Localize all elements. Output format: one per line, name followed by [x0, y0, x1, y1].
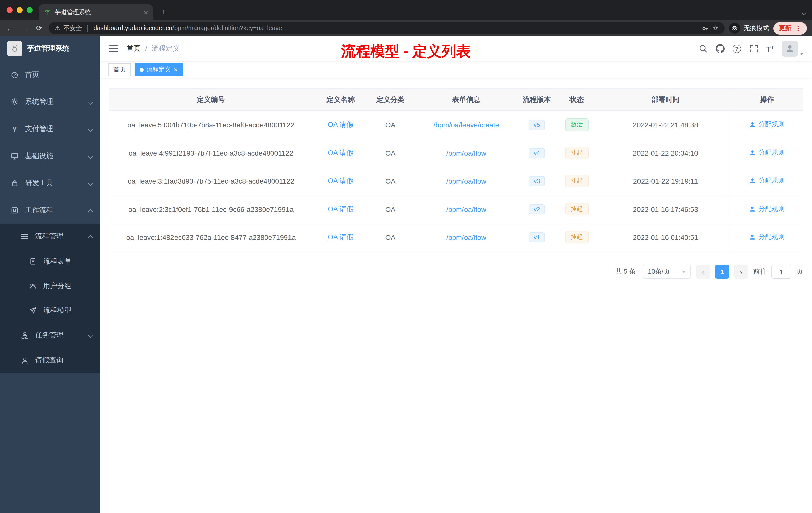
navbar-actions: ? TT [698, 41, 804, 57]
sidebar-item-infra[interactable]: 基础设施 [0, 143, 100, 170]
assign-rule-link[interactable]: 分配规则 [750, 120, 785, 129]
assign-rule-link[interactable]: 分配规则 [750, 148, 785, 157]
page-size-select[interactable]: 10条/页 [643, 265, 691, 279]
chevron-down-icon [88, 154, 93, 159]
tab-close-icon[interactable]: × [144, 8, 148, 16]
sidebar-item-system[interactable]: 系统管理 [0, 88, 100, 116]
page-content: 定义编号 定义名称 定义分类 表单信息 流程版本 状态 部署时间 操作 oa_l [100, 78, 812, 513]
tree-icon [20, 332, 29, 339]
help-icon[interactable]: ? [732, 44, 741, 53]
github-icon[interactable] [715, 44, 724, 53]
assign-rule-link[interactable]: 分配规则 [750, 233, 785, 242]
table-row[interactable]: oa_leave:4:991f2193-7b7f-11ec-a3c8-acde4… [110, 139, 803, 167]
chevron-up-icon [88, 235, 93, 240]
password-key-icon[interactable] [702, 24, 709, 32]
yen-icon: ¥ [10, 125, 19, 133]
col-process-version: 流程版本 [521, 89, 553, 111]
tag-process-definition[interactable]: 流程定义 × [135, 63, 182, 76]
back-button[interactable]: ← [5, 24, 15, 32]
sidebar-item-process-form[interactable]: 流程表单 [0, 249, 100, 274]
definition-name-link[interactable]: OA 请假 [328, 233, 354, 241]
zoom-window-button[interactable] [27, 7, 33, 13]
address-bar[interactable]: ⚠ 不安全 dashboard.yudao.iocoder.cn/bpm/man… [49, 22, 725, 34]
lock-icon [10, 179, 19, 187]
status-badge: 挂起 [565, 175, 588, 187]
assign-rule-link[interactable]: 分配规则 [750, 176, 785, 185]
sidebar-item-leave-query[interactable]: 请假查询 [0, 348, 100, 373]
tag-home[interactable]: 首页 [109, 63, 130, 76]
sidebar-item-process-mgmt[interactable]: 流程管理 [0, 224, 100, 249]
form-link[interactable]: /bpm/oa/flow [446, 205, 486, 213]
breadcrumb-home[interactable]: 首页 [126, 44, 141, 53]
sidebar: 芋道管理系统 首页 系统管理 ¥ 支付管理 [0, 36, 100, 513]
table-row[interactable]: oa_leave:3:1fad3d93-7b75-11ec-a3c8-acde4… [110, 167, 803, 195]
update-button[interactable]: 更新 ⋮ [773, 22, 807, 34]
omnibox-divider [88, 25, 88, 32]
sidebar-item-task-mgmt[interactable]: 任务管理 [0, 323, 100, 348]
browser-menu-icon[interactable]: ⋮ [795, 24, 802, 32]
gear-icon [10, 98, 19, 106]
sidebar-item-workflow[interactable]: 工作流程 [0, 197, 100, 224]
sidebar-item-devtools[interactable]: 研发工具 [0, 170, 100, 197]
minimize-window-button[interactable] [17, 7, 23, 13]
form-link[interactable]: /bpm/oa/flow [446, 233, 486, 241]
breadcrumb: 首页 / 流程定义 [126, 44, 180, 53]
prev-page-button[interactable]: ‹ [696, 265, 710, 279]
pagination: 共 5 条 10条/页 ‹ 1 › 前往 页 [110, 265, 803, 279]
close-window-button[interactable] [6, 7, 12, 13]
sidebar-logo[interactable]: 芋道管理系统 [0, 36, 100, 61]
definition-name-link[interactable]: OA 请假 [328, 120, 354, 128]
definition-name-link[interactable]: OA 请假 [328, 176, 354, 184]
new-tab-button[interactable]: + [156, 5, 170, 19]
security-label[interactable]: 不安全 [63, 24, 82, 32]
url-text[interactable]: dashboard.yudao.iocoder.cn/bpm/manager/d… [94, 25, 699, 32]
form-link[interactable]: /bpm/oa/leave/create [433, 121, 499, 129]
breadcrumb-current: 流程定义 [152, 44, 180, 53]
form-link[interactable]: /bpm/oa/flow [446, 177, 486, 185]
dashboard-icon [10, 71, 19, 79]
incognito-badge: 无痕模式 [729, 23, 769, 34]
table-row[interactable]: oa_leave:2:3c1f0ef1-76b1-11ec-9c66-a2380… [110, 195, 803, 223]
search-icon[interactable] [698, 44, 707, 53]
definition-name-link[interactable]: OA 请假 [328, 148, 354, 156]
goto-page-input[interactable] [771, 265, 791, 279]
page-unit-label: 页 [796, 267, 803, 276]
document-icon [28, 258, 37, 265]
browser-tab[interactable]: 芋道管理系统 × [39, 4, 153, 20]
tag-close-icon[interactable]: × [174, 66, 177, 73]
sidebar-item-home[interactable]: 首页 [0, 61, 100, 88]
cell-category: OA [369, 223, 412, 251]
sidebar-item-payment[interactable]: ¥ 支付管理 [0, 116, 100, 143]
definition-table: 定义编号 定义名称 定义分类 表单信息 流程版本 状态 部署时间 操作 oa_l [110, 88, 803, 251]
bookmark-star-icon[interactable]: ☆ [712, 24, 719, 32]
sidebar-item-process-model[interactable]: 流程模型 [0, 298, 100, 323]
pagination-total: 共 5 条 [615, 267, 636, 276]
incognito-icon [729, 23, 740, 34]
screen: 芋道管理系统 × + ← → ⟳ ⚠ 不安全 dashboard.yudao.i… [0, 0, 812, 513]
reload-button[interactable]: ⟳ [34, 24, 44, 33]
table-row[interactable]: oa_leave:1:482ec033-762a-11ec-8477-a2380… [110, 223, 803, 251]
workflow-submenu: 流程管理 流程表单 用户分组 [0, 224, 100, 373]
definition-name-link[interactable]: OA 请假 [328, 205, 354, 213]
font-size-icon[interactable]: TT [766, 44, 774, 53]
chevron-up-icon [88, 209, 93, 214]
tab-search-icon[interactable] [803, 8, 806, 17]
forward-button[interactable]: → [20, 24, 30, 32]
cell-definition-id: oa_leave:4:991f2193-7b7f-11ec-a3c8-acde4… [110, 139, 312, 167]
url-path: /bpm/manager/definition?key=oa_leave [173, 25, 282, 32]
assign-rule-link[interactable]: 分配规则 [750, 205, 785, 214]
list-icon [20, 233, 29, 240]
monitor-icon [10, 152, 19, 160]
sidebar-toggle-icon[interactable] [109, 44, 118, 54]
fullscreen-icon[interactable] [749, 44, 758, 53]
table-row[interactable]: oa_leave:5:004b710b-7b8a-11ec-8ef0-acde4… [110, 111, 803, 139]
security-warning-icon[interactable]: ⚠ [55, 25, 60, 32]
next-page-button[interactable]: › [734, 265, 748, 279]
user-menu[interactable] [782, 41, 804, 57]
tab-favicon-icon [44, 8, 51, 16]
status-badge: 挂起 [565, 231, 588, 243]
form-link[interactable]: /bpm/oa/flow [446, 149, 486, 157]
col-deploy-time: 部署时间 [601, 89, 731, 111]
sidebar-item-user-group[interactable]: 用户分组 [0, 274, 100, 298]
page-1-button[interactable]: 1 [715, 265, 729, 279]
